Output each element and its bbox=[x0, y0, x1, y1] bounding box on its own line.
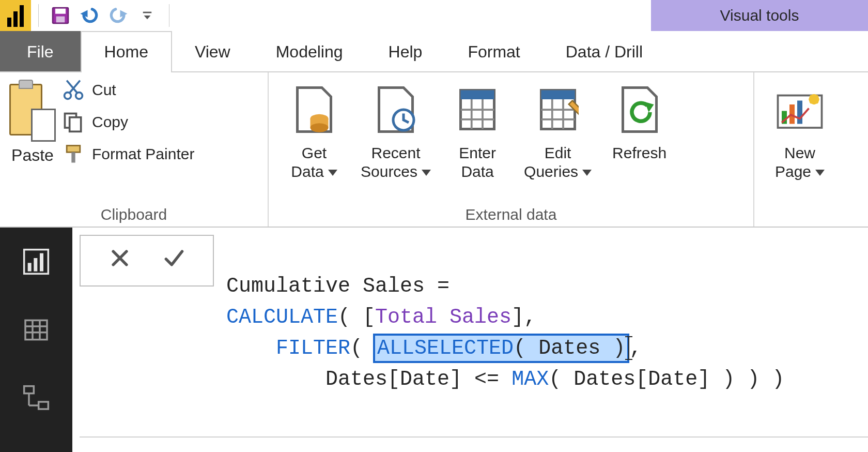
copy-icon bbox=[62, 111, 85, 133]
dax-measure-name: Cumulative Sales bbox=[226, 275, 425, 298]
svg-rect-20 bbox=[461, 91, 494, 100]
chevron-down-icon bbox=[582, 162, 592, 181]
cut-label: Cut bbox=[92, 81, 116, 99]
new-page-button[interactable]: New Page bbox=[764, 77, 836, 181]
dax-fn-allselected: ALLSELECTED bbox=[377, 337, 514, 360]
separator bbox=[169, 4, 169, 27]
svg-point-8 bbox=[76, 93, 83, 99]
tab-label: Home bbox=[104, 42, 148, 62]
dax-column-ref: Dates[Date] bbox=[574, 368, 710, 391]
format-painter-icon bbox=[62, 143, 85, 165]
ribbon-group-title bbox=[764, 204, 859, 224]
tab-view[interactable]: View bbox=[172, 31, 253, 71]
svg-rect-11 bbox=[67, 146, 80, 153]
dax-operator: <= bbox=[474, 368, 499, 391]
tab-data-drill[interactable]: Data / Drill bbox=[543, 31, 665, 71]
enter-data-label: Enter Data bbox=[459, 144, 496, 180]
svg-rect-12 bbox=[71, 152, 75, 162]
commit-formula-button[interactable] bbox=[162, 247, 185, 275]
get-data-button[interactable]: Get Data bbox=[278, 77, 350, 181]
tab-home[interactable]: Home bbox=[81, 31, 172, 71]
format-painter-button[interactable]: Format Painter bbox=[62, 143, 194, 165]
view-switcher-rail bbox=[0, 228, 72, 452]
quick-access-toolbar: Visual tools bbox=[0, 0, 868, 31]
ribbon-group-insert: New Page bbox=[754, 72, 868, 227]
scissors-icon bbox=[62, 79, 85, 101]
tab-label: Help bbox=[389, 42, 423, 62]
ribbon-tabs: File Home View Modeling Help Format Data… bbox=[0, 31, 868, 72]
svg-rect-37 bbox=[797, 101, 802, 124]
cut-button[interactable]: Cut bbox=[62, 79, 194, 101]
svg-rect-43 bbox=[25, 320, 47, 339]
app-logo-icon bbox=[0, 0, 31, 31]
refresh-icon bbox=[614, 79, 665, 141]
edit-queries-icon bbox=[532, 79, 584, 141]
get-data-icon bbox=[288, 79, 340, 141]
tab-label: View bbox=[195, 42, 230, 62]
new-page-icon bbox=[774, 79, 826, 141]
copy-label: Copy bbox=[92, 113, 128, 131]
separator bbox=[38, 4, 39, 27]
data-view-button[interactable] bbox=[18, 311, 55, 349]
copy-button[interactable]: Copy bbox=[62, 111, 194, 133]
redo-button[interactable] bbox=[106, 3, 131, 28]
edit-queries-label: Edit Queries bbox=[524, 144, 578, 180]
tab-file[interactable]: File bbox=[0, 31, 81, 71]
svg-rect-1 bbox=[55, 9, 66, 14]
ribbon-group-clipboard: Paste Cut Copy bbox=[0, 72, 269, 227]
contextual-tab-label: Visual tools bbox=[720, 7, 799, 24]
paste-button[interactable]: Paste bbox=[9, 77, 62, 165]
save-button[interactable] bbox=[48, 3, 73, 28]
refresh-label: Refresh bbox=[612, 144, 667, 161]
svg-rect-41 bbox=[34, 258, 37, 272]
tab-label: Modeling bbox=[276, 42, 343, 62]
dax-fn-calculate: CALCULATE bbox=[226, 306, 338, 329]
customize-qat-button[interactable] bbox=[135, 3, 160, 28]
formula-bar-controls bbox=[80, 235, 214, 287]
svg-rect-48 bbox=[24, 386, 34, 394]
format-painter-label: Format Painter bbox=[92, 145, 194, 163]
recent-sources-button[interactable]: Recent Sources bbox=[350, 77, 441, 181]
svg-rect-42 bbox=[40, 253, 43, 272]
qat-left-group bbox=[0, 0, 177, 31]
tab-label: File bbox=[27, 42, 54, 62]
formula-editor[interactable]: Cumulative Sales = CALCULATE( [Total Sal… bbox=[214, 235, 868, 426]
dax-table-ref: Dates bbox=[538, 337, 600, 360]
svg-point-16 bbox=[311, 123, 329, 132]
text-caret-icon bbox=[628, 336, 629, 360]
svg-rect-5 bbox=[143, 12, 152, 13]
tab-format[interactable]: Format bbox=[445, 31, 542, 71]
svg-point-7 bbox=[65, 93, 71, 99]
report-canvas[interactable] bbox=[80, 436, 868, 452]
enter-data-button[interactable]: Enter Data bbox=[441, 77, 514, 181]
paste-icon bbox=[9, 80, 56, 142]
svg-marker-6 bbox=[144, 16, 151, 19]
model-view-button[interactable] bbox=[18, 380, 55, 417]
ribbon-group-external-data: Get Data Recent Sources bbox=[269, 72, 754, 227]
svg-rect-49 bbox=[39, 402, 49, 409]
edit-queries-button[interactable]: Edit Queries bbox=[514, 77, 602, 181]
tab-help[interactable]: Help bbox=[366, 31, 445, 71]
work-area: Cumulative Sales = CALCULATE( [Total Sal… bbox=[0, 228, 868, 452]
dax-token: = bbox=[425, 275, 462, 298]
tab-label: Format bbox=[468, 42, 520, 62]
dax-column-ref: Dates[Date] bbox=[326, 368, 462, 391]
dax-fn-filter: FILTER bbox=[276, 337, 350, 360]
enter-data-icon bbox=[452, 79, 503, 141]
tab-modeling[interactable]: Modeling bbox=[253, 31, 366, 71]
ribbon: Paste Cut Copy bbox=[0, 72, 868, 228]
new-page-label: New Page bbox=[775, 144, 815, 180]
formula-zone: Cumulative Sales = CALCULATE( [Total Sal… bbox=[72, 228, 868, 452]
dax-selection: ALLSELECTED( Dates ) bbox=[375, 336, 627, 361]
report-view-button[interactable] bbox=[18, 243, 55, 280]
recent-sources-icon bbox=[370, 79, 422, 141]
svg-marker-32 bbox=[623, 88, 656, 132]
dax-measure-ref: Total Sales bbox=[375, 306, 512, 329]
undo-button[interactable] bbox=[77, 3, 102, 28]
cancel-formula-button[interactable] bbox=[109, 247, 131, 275]
svg-rect-10 bbox=[70, 117, 81, 132]
get-data-label: Get Data bbox=[291, 144, 327, 180]
dax-fn-max: MAX bbox=[512, 368, 549, 391]
tab-label: Data / Drill bbox=[566, 42, 643, 62]
refresh-button[interactable]: Refresh bbox=[602, 77, 677, 162]
